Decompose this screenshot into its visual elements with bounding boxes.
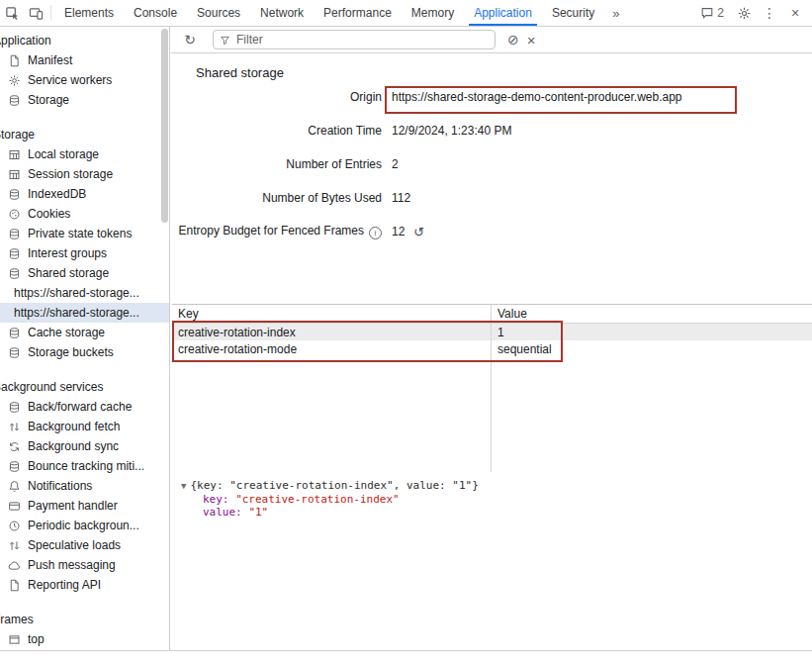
clear-all-button[interactable]: ⊘ bbox=[507, 32, 519, 48]
sidebar-item-back-forward-cache[interactable]: Back/forward cache bbox=[0, 397, 169, 417]
sidebar-item-label: IndexedDB bbox=[28, 187, 86, 201]
sidebar-item-label: Background fetch bbox=[28, 420, 120, 433]
sidebar-item-bounce-tracking[interactable]: Bounce tracking miti... bbox=[0, 456, 169, 476]
tab-console[interactable]: Console bbox=[124, 0, 187, 26]
sidebar-scrollbar[interactable] bbox=[161, 29, 168, 223]
sidebar-item-background-fetch[interactable]: Background fetch bbox=[0, 417, 169, 436]
devtools-tabbar: Elements Console Sources Network Perform… bbox=[0, 0, 812, 27]
sidebar-item-label: Reporting API bbox=[28, 578, 101, 592]
entropy-budget-label-text: Entropy Budget for Fenced Frames bbox=[179, 224, 364, 238]
info-icon[interactable]: i bbox=[369, 227, 382, 239]
sidebar-item-background-sync[interactable]: Background sync bbox=[0, 436, 169, 456]
property-name: value: bbox=[203, 506, 242, 519]
sidebar-item-label: Interest groups bbox=[28, 246, 107, 260]
sidebar-item-label: https://shared-storage... bbox=[14, 306, 139, 320]
sidebar-item-periodic-background-sync[interactable]: Periodic backgroun... bbox=[0, 516, 169, 535]
tab-security[interactable]: Security bbox=[542, 0, 604, 26]
inspect-cursor-icon bbox=[5, 6, 20, 21]
tab-application[interactable]: Application bbox=[464, 0, 542, 26]
shared-storage-toolbar: ↻ Filter ⊘ × bbox=[171, 27, 812, 53]
entropy-budget-number: 12 bbox=[392, 225, 405, 238]
sidebar-item-label: Speculative loads bbox=[28, 538, 121, 552]
table-row[interactable]: creative-rotation-mode sequential bbox=[172, 340, 812, 357]
sidebar-item-payment-handler[interactable]: Payment handler bbox=[0, 496, 169, 516]
tab-performance[interactable]: Performance bbox=[314, 0, 402, 26]
preview-property-key: key: "creative-rotation-index" bbox=[181, 493, 812, 506]
sidebar-item-service-workers[interactable]: Service workers bbox=[0, 70, 169, 90]
reset-budget-icon[interactable]: ↺ bbox=[413, 225, 424, 239]
table-row[interactable]: creative-rotation-index 1 bbox=[172, 324, 812, 340]
sidebar-item-speculative-loads[interactable]: Speculative loads bbox=[0, 535, 169, 555]
sidebar-item-private-state-tokens[interactable]: Private state tokens bbox=[0, 224, 169, 243]
column-divider[interactable] bbox=[491, 305, 492, 473]
device-toolbar-icon bbox=[29, 6, 44, 21]
sidebar-item-shared-storage-origin-1[interactable]: https://shared-storage... bbox=[0, 283, 169, 303]
sidebar-item-session-storage[interactable]: Session storage bbox=[0, 164, 169, 184]
bell-icon bbox=[8, 480, 21, 493]
card-icon bbox=[8, 500, 21, 513]
sidebar-item-label: Back/forward cache bbox=[28, 400, 132, 414]
sidebar-item-storage-buckets[interactable]: Storage buckets bbox=[0, 342, 169, 362]
sidebar-item-storage[interactable]: Storage bbox=[0, 90, 169, 110]
sidebar-item-label: Shared storage bbox=[28, 266, 109, 280]
three-dots-icon: ⋮ bbox=[763, 5, 776, 21]
tabbar-right-controls: 2 ⋮ × bbox=[693, 0, 812, 26]
inspect-element-button[interactable] bbox=[0, 0, 24, 26]
tab-sources[interactable]: Sources bbox=[187, 0, 250, 26]
sidebar-item-indexeddb[interactable]: IndexedDB bbox=[0, 184, 169, 204]
document-icon bbox=[8, 54, 21, 67]
close-devtools-button[interactable]: × bbox=[782, 5, 808, 21]
sidebar-item-shared-storage-origin-2[interactable]: https://shared-storage... bbox=[0, 303, 169, 323]
sidebar-item-reporting-api[interactable]: Reporting API bbox=[0, 575, 169, 595]
database-icon bbox=[8, 401, 21, 414]
issues-counter-button[interactable]: 2 bbox=[693, 6, 731, 20]
sidebar-section-background-services: Background services Back/forward cache B… bbox=[0, 377, 169, 595]
sidebar-item-shared-storage[interactable]: Shared storage bbox=[0, 263, 169, 283]
up-down-arrows-icon bbox=[8, 421, 21, 433]
metadata-row-creation-time: Creation Time 12/9/2024, 1:23:40 PM bbox=[171, 114, 812, 147]
database-icon bbox=[8, 228, 21, 240]
origin-value: https://shared-storage-demo-content-prod… bbox=[392, 90, 682, 104]
sidebar-item-label: Background sync bbox=[28, 439, 119, 453]
database-icon bbox=[8, 94, 21, 107]
sidebar-item-label: Service workers bbox=[28, 73, 112, 87]
sidebar-item-manifest[interactable]: Manifest bbox=[0, 50, 169, 70]
sidebar-item-label: Cache storage bbox=[28, 326, 105, 339]
sidebar-item-interest-groups[interactable]: Interest groups bbox=[0, 243, 169, 263]
sidebar-item-notifications[interactable]: Notifications bbox=[0, 476, 169, 496]
shared-storage-panel: Shared storage Origin https://shared-sto… bbox=[171, 53, 812, 651]
section-title-frames: Frames bbox=[0, 610, 169, 629]
column-header-key[interactable]: Key bbox=[172, 307, 491, 321]
devtools-menu-button[interactable]: ⋮ bbox=[757, 5, 782, 21]
creation-time-label: Creation Time bbox=[171, 124, 382, 138]
entry-preview-pane: ▼{key: "creative-rotation-index", value:… bbox=[172, 472, 812, 651]
metadata-row-entries: Number of Entries 2 bbox=[171, 147, 812, 181]
database-icon bbox=[8, 346, 21, 359]
sidebar-item-push-messaging[interactable]: Push messaging bbox=[0, 555, 169, 575]
filter-input[interactable]: Filter bbox=[213, 30, 496, 49]
device-toolbar-button[interactable] bbox=[24, 0, 47, 26]
column-header-value[interactable]: Value bbox=[491, 307, 527, 321]
creation-time-value: 12/9/2024, 1:23:40 PM bbox=[392, 124, 511, 138]
tab-elements[interactable]: Elements bbox=[54, 0, 124, 26]
sidebar-item-top-frame[interactable]: top bbox=[0, 629, 169, 649]
info-letter: i bbox=[375, 229, 377, 238]
sidebar-section-application: Application Manifest Service workers Sto… bbox=[0, 31, 169, 110]
sidebar-item-label: Session storage bbox=[28, 167, 113, 181]
table-header-row: Key Value bbox=[172, 305, 812, 324]
sidebar-item-cache-storage[interactable]: Cache storage bbox=[0, 323, 169, 342]
expand-triangle-icon[interactable]: ▼ bbox=[181, 481, 186, 491]
more-tabs-button[interactable]: » bbox=[604, 0, 627, 26]
close-icon: × bbox=[791, 5, 799, 21]
sidebar-item-local-storage[interactable]: Local storage bbox=[0, 144, 169, 164]
gear-icon bbox=[737, 6, 752, 21]
sidebar-item-label: Local storage bbox=[28, 147, 99, 161]
tab-network[interactable]: Network bbox=[250, 0, 314, 26]
refresh-button[interactable]: ↻ bbox=[179, 32, 201, 48]
settings-button[interactable] bbox=[731, 6, 757, 21]
cell-key: creative-rotation-mode bbox=[172, 342, 491, 356]
tab-memory[interactable]: Memory bbox=[402, 0, 464, 26]
devtools-window: Elements Console Sources Network Perform… bbox=[0, 0, 812, 665]
sidebar-item-cookies[interactable]: Cookies bbox=[0, 204, 169, 224]
delete-selected-button[interactable]: × bbox=[527, 32, 536, 48]
